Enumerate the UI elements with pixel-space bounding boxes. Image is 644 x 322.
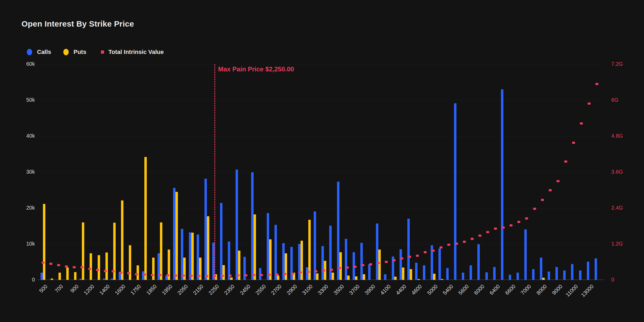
call-bar [142,271,144,280]
x-axis-label: 1850 [145,283,158,296]
x-axis-label: 500 [38,283,49,294]
intrinsic-dot [80,266,83,268]
call-bar [314,211,316,280]
x-axis-label: 4600 [410,283,423,296]
intrinsic-dot [42,262,45,264]
intrinsic-dot [213,275,216,277]
x-axis-label: 2050 [176,283,189,296]
intrinsic-dot [557,180,559,182]
intrinsic-dot [502,226,505,229]
put-bar [410,269,412,280]
put-bar [105,253,108,280]
put-bar [74,272,76,280]
intrinsic-dot [408,256,411,258]
gridline-h [39,172,603,172]
y-axis-label-left: 10k [5,241,35,247]
call-bar [345,239,347,280]
call-bar [477,244,480,280]
x-axis-label: 4100 [379,283,392,296]
x-axis-label: 1750 [130,283,142,296]
call-bar [595,258,597,280]
legend-item-puts[interactable]: Puts [63,48,86,56]
x-axis-label: 900 [69,283,80,294]
call-bar [173,188,175,280]
call-bar [368,264,371,280]
intrinsic-dot [283,273,286,275]
y-axis-label-left: 40k [5,133,35,139]
intrinsic-dot [143,273,146,276]
put-bar [542,278,545,280]
calls-swatch-icon [27,49,32,55]
x-axis-label: 2450 [239,283,252,296]
intrinsic-dot [260,274,263,276]
intrinsic-dot [478,235,481,237]
y-axis-label-right: 3.6G [611,169,623,175]
put-bar [433,274,436,280]
call-bar [532,269,535,280]
intrinsic-dot [517,221,520,223]
intrinsic-dot [541,199,544,201]
y-axis-label-left: 60k [5,61,35,67]
intrinsic-dot [299,271,302,273]
call-bar [501,89,503,280]
plot-area[interactable] [39,64,603,280]
call-bar [298,244,301,280]
intrinsic-dot [221,275,224,277]
x-axis-label: 3300 [317,283,330,296]
call-bar [290,247,293,280]
put-bar [152,258,155,280]
x-axis-label: 2250 [207,283,220,296]
legend-label: Puts [74,49,86,56]
put-bar [129,245,131,280]
intrinsic-dot [73,266,76,268]
x-axis-label: 2900 [286,283,298,296]
intrinsic-dot [57,264,60,266]
put-bar [175,192,178,280]
legend-label: Total Intrinsic Value [108,49,164,56]
intrinsic-dot [174,275,177,277]
call-bar [517,273,519,280]
x-axis-label: 8000 [535,283,548,296]
intrinsic-dot [463,241,466,243]
legend-item-calls[interactable]: Calls [27,48,51,56]
put-bar [82,222,84,280]
intrinsic-swatch-icon [101,50,104,54]
open-interest-chart: Open Interest By Strike Price Calls Puts… [0,0,644,322]
legend-item-total-intrinsic-value[interactable]: Total Intrinsic Value [101,48,164,56]
call-bar [571,264,573,280]
call-bar [204,179,207,280]
call-bar [360,243,363,280]
x-axis-label: 3500 [332,283,345,296]
put-bar [222,265,225,280]
intrinsic-dot [385,261,388,263]
x-axis-label: 1950 [161,283,174,296]
call-bar [267,213,269,280]
call-bar [329,226,332,280]
intrinsic-dot [354,266,357,268]
intrinsic-dot [486,231,489,233]
intrinsic-dot [416,255,419,257]
call-bar [470,265,472,280]
intrinsic-dot [65,265,68,268]
intrinsic-dot [400,257,403,259]
call-bar [103,279,105,280]
intrinsic-dot [104,270,107,272]
put-bar [285,253,287,280]
intrinsic-dot [237,274,240,276]
call-bar [189,232,191,280]
x-axis-label: 5000 [426,283,439,296]
put-bar [191,233,194,280]
puts-swatch-icon [63,49,69,55]
x-axis-label: 5600 [457,283,470,296]
intrinsic-dot [393,259,396,261]
call-bar [555,267,558,280]
x-axis-label: 1200 [83,283,96,296]
x-axis-label: 9000 [551,283,564,296]
intrinsic-dot [127,272,130,274]
put-bar [378,250,381,280]
intrinsic-dot [276,273,279,276]
put-bar [418,279,420,280]
put-bar [316,273,319,280]
intrinsic-dot [432,250,435,252]
intrinsic-dot [510,224,513,226]
